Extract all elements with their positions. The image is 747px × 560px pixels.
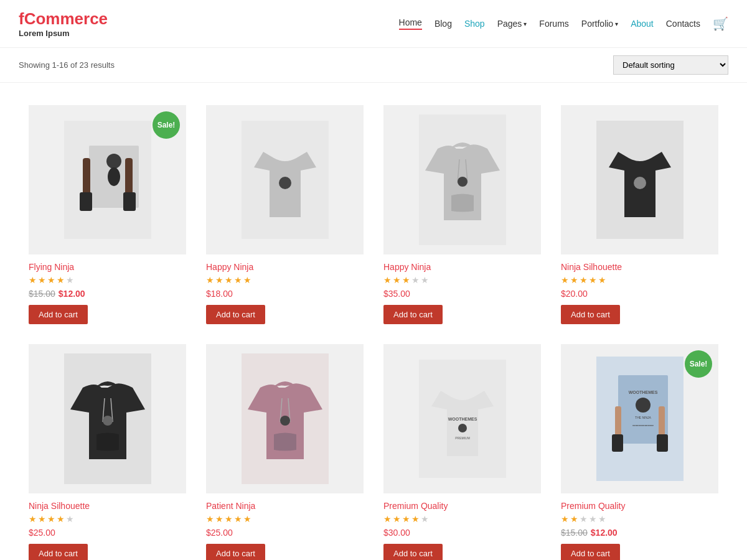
product-name: Ninja Silhouette [29, 501, 186, 511]
product-image: Sale! [29, 105, 186, 254]
svg-text:THE NINJA: THE NINJA [635, 416, 652, 419]
product-price: $25.00 [206, 528, 364, 538]
nav-forums[interactable]: Forums [539, 19, 568, 29]
add-to-cart-button[interactable]: Add to cart [29, 305, 88, 324]
product-card-2: Happy Ninja ★★★★★ $35.00 Add to cart [374, 95, 551, 334]
price-old: $15.00 [561, 528, 588, 538]
add-to-cart-button[interactable]: Add to cart [29, 544, 88, 560]
nav-shop[interactable]: Shop [464, 19, 485, 29]
product-card-6: WOOTHEMES PREMIUM Premium Quality ★★★★★ … [374, 334, 551, 560]
add-to-cart-button[interactable]: Add to cart [561, 544, 620, 560]
product-price: $25.00 [29, 528, 186, 538]
price-regular: $25.00 [206, 528, 233, 538]
svg-rect-7 [123, 192, 136, 211]
logo-area: fCommerce Lorem Ipsum [19, 9, 108, 38]
sale-badge: Sale! [153, 111, 180, 139]
product-price: $15.00$12.00 [561, 528, 718, 538]
product-card-0: Sale! Flying Ninja ★★★★★ $15.00$12.00 Ad… [19, 95, 196, 334]
product-image: WOOTHEMES PREMIUM [383, 344, 541, 493]
results-count: Showing 1-16 of 23 results [19, 60, 115, 70]
cart-icon[interactable]: 🛒 [713, 16, 728, 31]
product-rating: ★★★★★ [383, 275, 541, 285]
add-to-cart-button[interactable]: Add to cart [383, 305, 443, 324]
main-nav: Home Blog Shop Pages ▾ Forums Portfolio … [399, 16, 728, 31]
site-header: fCommerce Lorem Ipsum Home Blog Shop Pag… [0, 0, 747, 48]
price-regular: $18.00 [206, 289, 233, 299]
product-rating: ★★★★★ [206, 275, 364, 285]
sort-dropdown[interactable]: Default sorting Sort by popularity Sort … [613, 55, 728, 75]
svg-rect-35 [659, 406, 665, 437]
add-to-cart-button[interactable]: Add to cart [206, 544, 265, 560]
svg-rect-36 [612, 434, 623, 452]
price-regular: $25.00 [29, 528, 55, 538]
price-new: $12.00 [591, 528, 618, 538]
svg-point-9 [279, 177, 291, 189]
site-subtitle: Lorem Ipsum [19, 29, 108, 38]
svg-text:WOOTHEMES: WOOTHEMES [448, 417, 477, 421]
product-name: Happy Ninja [383, 262, 541, 272]
product-price: $35.00 [383, 289, 541, 299]
nav-portfolio[interactable]: Portfolio ▾ [581, 19, 618, 29]
add-to-cart-button[interactable]: Add to cart [206, 305, 265, 324]
product-rating: ★★★★★ [29, 275, 186, 285]
product-name: Patient Ninja [206, 501, 364, 511]
site-title: fCommerce [19, 9, 108, 29]
product-name: Ninja Silhouette [561, 262, 718, 272]
products-grid: Sale! Flying Ninja ★★★★★ $15.00$12.00 Ad… [0, 83, 747, 560]
product-image [561, 105, 718, 254]
nav-about[interactable]: About [631, 19, 654, 29]
sale-badge: Sale! [685, 350, 712, 378]
svg-point-2 [106, 154, 121, 169]
price-new: $12.00 [59, 289, 85, 299]
svg-text:WOOTHEMES: WOOTHEMES [628, 390, 657, 394]
product-card-5: Patient Ninja ★★★★★ $25.00 Add to cart [196, 334, 374, 560]
nav-contacts[interactable]: Contacts [666, 19, 700, 29]
pages-arrow: ▾ [524, 21, 527, 27]
price-regular: $30.00 [383, 528, 410, 538]
product-rating: ★★★★★ [383, 514, 541, 524]
svg-rect-4 [83, 158, 90, 195]
svg-rect-37 [657, 434, 668, 452]
svg-rect-6 [80, 192, 92, 211]
product-price: $15.00$12.00 [29, 289, 186, 299]
svg-rect-34 [615, 406, 621, 437]
price-regular: $35.00 [383, 289, 410, 299]
product-price: $20.00 [561, 289, 718, 299]
product-image [29, 344, 186, 493]
product-name: Happy Ninja [206, 262, 364, 272]
svg-point-23 [280, 416, 290, 426]
svg-point-13 [458, 177, 467, 187]
svg-text:●●●●●●●●●●●●●●: ●●●●●●●●●●●●●● [632, 424, 654, 427]
portfolio-arrow: ▾ [615, 21, 618, 27]
product-image [206, 105, 364, 254]
price-regular: $20.00 [561, 289, 588, 299]
svg-point-15 [634, 177, 646, 189]
product-rating: ★★★★★ [29, 514, 186, 524]
price-old: $15.00 [29, 289, 55, 299]
product-price: $18.00 [206, 289, 364, 299]
svg-point-31 [636, 398, 651, 413]
product-image [206, 344, 364, 493]
product-rating: ★★★★★ [561, 275, 718, 285]
nav-home[interactable]: Home [399, 17, 422, 30]
product-image: Sale! WOOTHEMES THE NINJA ●●●●●●●●●●●●●● [561, 344, 718, 493]
product-rating: ★★★★★ [206, 514, 364, 524]
svg-text:PREMIUM: PREMIUM [455, 436, 470, 440]
add-to-cart-button[interactable]: Add to cart [561, 305, 620, 324]
product-image [383, 105, 541, 254]
nav-blog[interactable]: Blog [435, 19, 452, 29]
product-price: $30.00 [383, 528, 541, 538]
svg-point-26 [458, 424, 467, 432]
nav-pages[interactable]: Pages ▾ [497, 19, 527, 29]
svg-point-19 [103, 416, 113, 426]
add-to-cart-button[interactable]: Add to cart [383, 544, 443, 560]
product-card-1: Happy Ninja ★★★★★ $18.00 Add to cart [196, 95, 374, 334]
product-name: Flying Ninja [29, 262, 186, 272]
product-rating: ★★★★★ [561, 514, 718, 524]
product-card-7: Sale! WOOTHEMES THE NINJA ●●●●●●●●●●●●●●… [551, 334, 728, 560]
product-card-3: Ninja Silhouette ★★★★★ $20.00 Add to car… [551, 95, 728, 334]
product-card-4: Ninja Silhouette ★★★★★ $25.00 Add to car… [19, 334, 196, 560]
svg-rect-5 [125, 158, 133, 195]
product-name: Premium Quality [561, 501, 718, 511]
product-name: Premium Quality [383, 501, 541, 511]
